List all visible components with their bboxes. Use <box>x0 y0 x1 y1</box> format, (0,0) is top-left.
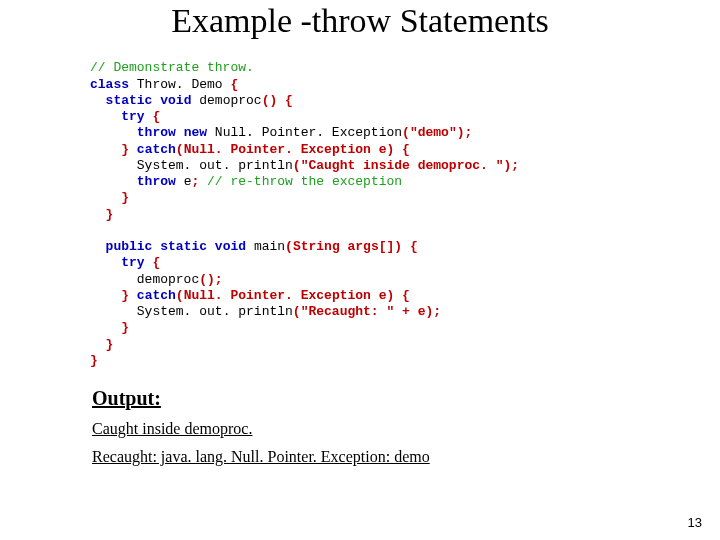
output-line-2: Recaught: java. lang. Null. Pointer. Exc… <box>92 448 720 466</box>
code-block: // Demonstrate throw. class Throw. Demo … <box>90 44 720 369</box>
println-args: ("Recaught: " + e) <box>293 304 433 319</box>
semicolon: ; <box>465 125 473 140</box>
kw-catch: catch <box>137 288 176 303</box>
call-demoproc: demoproc <box>137 272 199 287</box>
paren: () <box>199 272 215 287</box>
kw-static: static <box>106 93 153 108</box>
kw-catch: catch <box>137 142 176 157</box>
method-name: demoproc <box>191 93 261 108</box>
comment: // re-throw the exception <box>207 174 402 189</box>
output-section: Output: Caught inside demoproc. Recaught… <box>92 387 720 466</box>
kw-try: try <box>121 109 144 124</box>
println-args: ("Caught inside demoproc. ") <box>293 158 511 173</box>
brace-close: } <box>90 353 98 368</box>
brace-open: { <box>402 142 410 157</box>
semicolon: ; <box>215 272 223 287</box>
catch-args: (Null. Pointer. Exception e) <box>176 288 394 303</box>
rethrow-var: e <box>176 174 192 189</box>
output-label: Output: <box>92 387 720 410</box>
main-name: main <box>246 239 285 254</box>
brace-close: } <box>121 190 129 205</box>
npe-type: Null. Pointer. Exception <box>207 125 402 140</box>
brace-open: { <box>152 255 160 270</box>
kw-throw: throw <box>137 125 176 140</box>
page-number: 13 <box>688 515 702 530</box>
kw-public: public <box>106 239 153 254</box>
kw-static: static <box>160 239 207 254</box>
class-name: Throw. Demo <box>129 77 230 92</box>
paren: () <box>262 93 278 108</box>
catch-args: (Null. Pointer. Exception e) <box>176 142 394 157</box>
comment: // Demonstrate throw. <box>90 60 254 75</box>
main-args: (String args[]) <box>285 239 402 254</box>
brace-close: } <box>121 288 129 303</box>
kw-void: void <box>215 239 246 254</box>
semicolon: ; <box>191 174 199 189</box>
semicolon: ; <box>433 304 441 319</box>
brace-close: } <box>121 320 129 335</box>
slide-title: Example -throw Statements <box>0 2 720 40</box>
kw-void: void <box>160 93 191 108</box>
brace-close: } <box>106 337 114 352</box>
kw-throw: throw <box>137 174 176 189</box>
output-line-1: Caught inside demoproc. <box>92 420 720 438</box>
brace-open: { <box>402 288 410 303</box>
brace-open: { <box>285 93 293 108</box>
brace-open: { <box>152 109 160 124</box>
println: System. out. println <box>137 304 293 319</box>
kw-try: try <box>121 255 144 270</box>
println: System. out. println <box>137 158 293 173</box>
args: ("demo") <box>402 125 464 140</box>
kw-new: new <box>184 125 207 140</box>
brace-close: } <box>121 142 129 157</box>
brace-open: { <box>410 239 418 254</box>
brace-open: { <box>230 77 238 92</box>
kw-class: class <box>90 77 129 92</box>
brace-close: } <box>106 207 114 222</box>
semicolon: ; <box>511 158 519 173</box>
